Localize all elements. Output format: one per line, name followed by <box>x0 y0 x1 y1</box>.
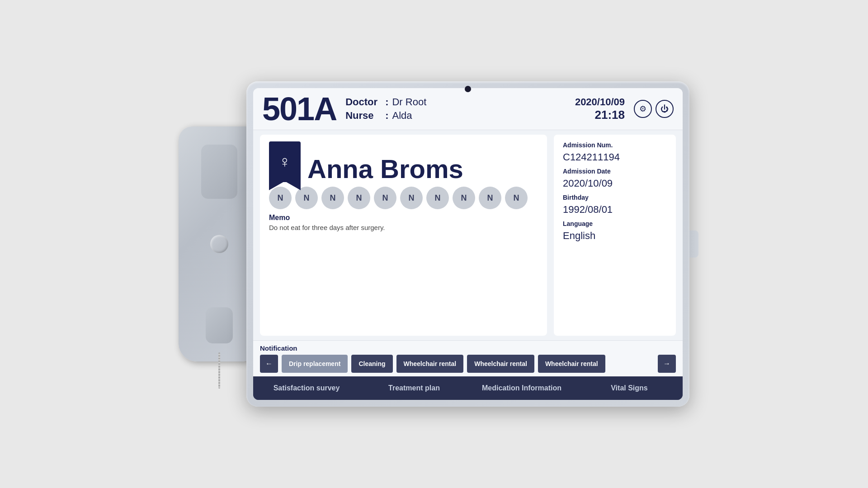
notification-title: Notification <box>260 344 676 352</box>
nurse-colon: : <box>385 110 388 122</box>
doctor-colon: : <box>385 96 388 108</box>
telephone-cord <box>218 352 220 389</box>
time-display: 21:18 <box>595 108 625 122</box>
notification-circle-6[interactable]: N <box>426 187 449 209</box>
bottom-nav: Satisfaction surveyTreatment planMedicat… <box>253 376 683 400</box>
tablet-device: 501A Doctor : Dr Root Nurse : Alda 2020/… <box>246 81 689 407</box>
notification-button-1[interactable]: Cleaning <box>351 355 392 373</box>
nurse-label: Nurse <box>345 110 382 122</box>
admission-date-value: 2020/10/09 <box>563 178 667 189</box>
notification-circle-3[interactable]: N <box>348 187 370 209</box>
next-notification-button[interactable]: → <box>658 355 676 373</box>
notification-button-3[interactable]: Wheelchair rental <box>467 355 534 373</box>
bottom-nav-treatment-plan[interactable]: Treatment plan <box>361 376 467 400</box>
memo-text: Do not eat for three days after surgery. <box>269 224 538 231</box>
doctor-row: Doctor : Dr Root <box>345 96 566 108</box>
notification-circle-8[interactable]: N <box>479 187 501 209</box>
prev-notification-button[interactable]: ← <box>260 355 278 373</box>
right-arrow-icon: → <box>663 360 670 368</box>
date-display: 2020/10/09 <box>575 96 625 108</box>
language-value: English <box>563 230 667 242</box>
patient-card: ♀ Anna Broms NNNNNNNNNN Memo Do not eat … <box>260 135 547 336</box>
admission-num-value: C124211194 <box>563 151 667 163</box>
left-arrow-icon: ← <box>265 360 273 368</box>
language-label: Language <box>563 220 667 227</box>
birthday-value: 1992/08/01 <box>563 204 667 216</box>
datetime-section: 2020/10/09 21:18 <box>575 96 625 122</box>
notification-bar: Notification ← Drip replacementCleaningW… <box>253 340 683 376</box>
telephone-button <box>210 235 228 253</box>
memo-section: Memo Do not eat for three days after sur… <box>269 214 538 231</box>
room-number: 501A <box>262 93 336 125</box>
bottom-nav-medication-information[interactable]: Medication Information <box>468 376 575 400</box>
gender-badge: ♀ <box>269 141 301 182</box>
gender-symbol: ♀ <box>279 152 291 171</box>
patient-header: ♀ Anna Broms <box>269 141 538 182</box>
notification-circle-2[interactable]: N <box>321 187 344 209</box>
notification-button-4[interactable]: Wheelchair rental <box>538 355 605 373</box>
notification-circle-4[interactable]: N <box>374 187 396 209</box>
memo-label: Memo <box>269 214 538 222</box>
notification-circles: NNNNNNNNNN <box>269 187 538 209</box>
staff-info: Doctor : Dr Root Nurse : Alda <box>345 96 566 122</box>
doctor-label: Doctor <box>345 96 382 108</box>
notification-circle-7[interactable]: N <box>453 187 475 209</box>
tablet-connector <box>689 230 698 258</box>
gear-icon: ⚙ <box>639 104 646 114</box>
power-icon: ⏻ <box>660 104 669 114</box>
notification-button-0[interactable]: Drip replacement <box>282 355 348 373</box>
info-card: Admission Num. C124211194 Admission Date… <box>554 135 676 336</box>
notification-buttons: ← Drip replacementCleaningWheelchair ren… <box>260 355 676 373</box>
bottom-nav-satisfaction-survey[interactable]: Satisfaction survey <box>253 376 360 400</box>
nurse-name: Alda <box>392 110 412 122</box>
notification-button-2[interactable]: Wheelchair rental <box>396 355 464 373</box>
settings-button[interactable]: ⚙ <box>634 100 652 118</box>
bottom-nav-vital-signs[interactable]: Vital Signs <box>576 376 683 400</box>
birthday-label: Birthday <box>563 194 667 201</box>
admission-num-label: Admission Num. <box>563 141 667 149</box>
notification-circle-5[interactable]: N <box>400 187 423 209</box>
power-button[interactable]: ⏻ <box>656 100 674 118</box>
screen: 501A Doctor : Dr Root Nurse : Alda 2020/… <box>253 88 683 400</box>
admission-date-label: Admission Date <box>563 168 667 175</box>
doctor-name: Dr Root <box>392 96 426 108</box>
main-content: ♀ Anna Broms NNNNNNNNNN Memo Do not eat … <box>253 130 683 340</box>
nurse-row: Nurse : Alda <box>345 110 566 122</box>
tablet-camera <box>465 86 471 92</box>
header: 501A Doctor : Dr Root Nurse : Alda 2020/… <box>253 88 683 130</box>
header-icons: ⚙ ⏻ <box>634 100 674 118</box>
patient-name: Anna Broms <box>307 156 463 182</box>
scene: 501A Doctor : Dr Root Nurse : Alda 2020/… <box>179 81 689 407</box>
notification-circle-9[interactable]: N <box>505 187 528 209</box>
